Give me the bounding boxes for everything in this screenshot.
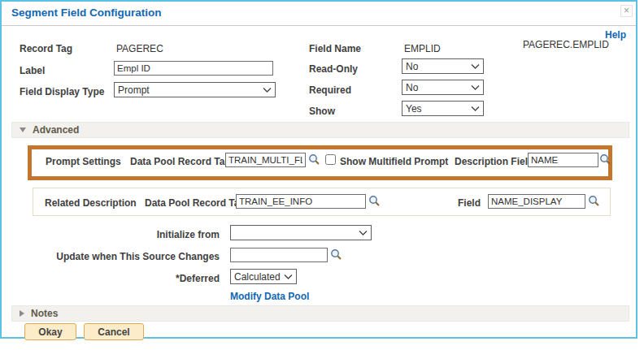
chevron-down-icon bbox=[471, 64, 480, 69]
lookup-icon[interactable] bbox=[330, 248, 342, 261]
label-label: Label bbox=[20, 65, 45, 76]
description-field-input[interactable] bbox=[528, 153, 598, 167]
record-tag-label: Record Tag bbox=[20, 43, 72, 54]
read-only-select[interactable]: No bbox=[402, 58, 484, 74]
record-tag-value: PAGEREC bbox=[116, 43, 163, 54]
update-source-label: Update when This Source Changes bbox=[56, 251, 220, 262]
field-name-label: Field Name bbox=[309, 43, 361, 54]
show-value: Yes bbox=[406, 103, 422, 115]
update-source-input[interactable] bbox=[230, 248, 328, 262]
show-multifield-prompt-checkbox[interactable] bbox=[325, 154, 336, 165]
initialize-from-label: Initialize from bbox=[157, 229, 220, 240]
collapse-triangle-icon bbox=[20, 127, 26, 132]
label-input[interactable] bbox=[114, 61, 273, 76]
close-icon[interactable]: × bbox=[620, 5, 633, 17]
related-field-input[interactable] bbox=[488, 194, 585, 209]
chevron-down-icon bbox=[284, 274, 293, 279]
prompt-settings-label: Prompt Settings bbox=[46, 156, 121, 167]
deferred-select[interactable]: Calculated bbox=[230, 269, 297, 284]
field-display-type-label: Field Display Type bbox=[20, 86, 104, 97]
related-data-pool-record-tag-label: Data Pool Record Tag bbox=[145, 197, 246, 209]
show-multifield-prompt-label: Show Multifield Prompt bbox=[340, 156, 448, 167]
related-field-label: Field bbox=[458, 197, 481, 209]
advanced-section-header[interactable]: Advanced bbox=[11, 122, 629, 138]
qualified-field-name: PAGEREC.EMPLID bbox=[523, 39, 609, 50]
cancel-button[interactable]: Cancel bbox=[84, 323, 144, 340]
lookup-icon[interactable] bbox=[368, 195, 381, 207]
notes-section-label: Notes bbox=[31, 308, 58, 319]
okay-button[interactable]: Okay bbox=[24, 323, 76, 340]
related-description-label: Related Description bbox=[45, 197, 137, 209]
notes-section-header[interactable]: Notes bbox=[11, 305, 629, 322]
chevron-down-icon bbox=[263, 88, 272, 93]
read-only-label: Read-Only bbox=[309, 63, 358, 75]
chevron-down-icon bbox=[471, 85, 480, 90]
description-field-label: Description Field bbox=[455, 156, 533, 167]
chevron-down-icon bbox=[471, 106, 480, 111]
advanced-section-label: Advanced bbox=[33, 124, 79, 136]
modify-data-pool-link[interactable]: Modify Data Pool bbox=[230, 291, 309, 302]
lookup-icon[interactable] bbox=[308, 153, 320, 166]
chevron-down-icon bbox=[359, 231, 368, 235]
dialog-title: Segment Field Configuration bbox=[11, 6, 162, 19]
header-divider bbox=[2, 25, 636, 26]
lookup-icon[interactable] bbox=[588, 195, 600, 207]
prompt-data-pool-record-tag-label: Data Pool Record Tag bbox=[130, 156, 231, 167]
expand-triangle-icon bbox=[20, 310, 24, 317]
related-data-pool-record-tag-input[interactable] bbox=[236, 194, 366, 209]
field-display-type-value: Prompt bbox=[118, 84, 150, 96]
prompt-data-pool-record-tag-input[interactable] bbox=[225, 153, 306, 167]
required-label: Required bbox=[309, 84, 351, 96]
required-value: No bbox=[406, 82, 418, 93]
field-name-value: EMPLID bbox=[404, 43, 441, 54]
deferred-value: Calculated bbox=[234, 271, 281, 283]
show-label: Show bbox=[309, 106, 335, 117]
read-only-value: No bbox=[406, 61, 418, 72]
field-display-type-select[interactable]: Prompt bbox=[114, 82, 276, 97]
required-select[interactable]: No bbox=[402, 80, 484, 95]
show-select[interactable]: Yes bbox=[402, 101, 484, 116]
deferred-label: *Deferred bbox=[176, 273, 220, 284]
initialize-from-select[interactable] bbox=[230, 225, 372, 240]
segment-field-configuration-dialog: Segment Field Configuration × Help Recor… bbox=[0, 0, 637, 339]
lookup-icon[interactable] bbox=[599, 153, 611, 166]
